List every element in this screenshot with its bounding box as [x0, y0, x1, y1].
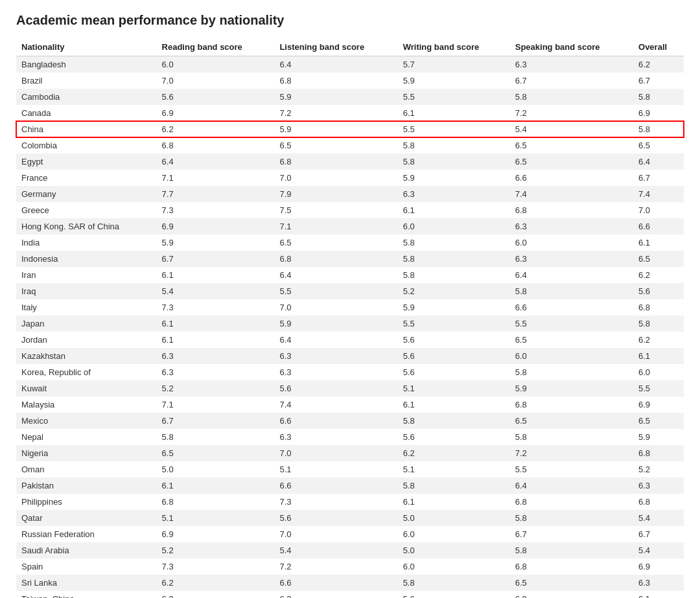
- cell-listening: 7.5: [274, 202, 397, 218]
- cell-reading: 7.3: [157, 558, 275, 575]
- cell-reading: 5.1: [157, 510, 275, 526]
- cell-writing: 5.5: [398, 121, 510, 137]
- cell-reading: 6.1: [157, 267, 275, 283]
- cell-overall: 5.4: [633, 510, 684, 526]
- cell-writing: 6.0: [398, 218, 510, 235]
- cell-speaking: 6.7: [510, 526, 633, 542]
- cell-speaking: 6.5: [510, 154, 633, 170]
- cell-speaking: 5.8: [510, 510, 633, 526]
- cell-speaking: 6.7: [510, 73, 633, 89]
- cell-writing: 5.6: [398, 591, 510, 598]
- table-row: Hong Kong. SAR of China6.97.16.06.36.6: [16, 218, 684, 235]
- table-row: Nepal5.86.35.65.85.9: [16, 429, 684, 445]
- cell-reading: 7.3: [157, 299, 275, 316]
- cell-listening: 5.1: [274, 461, 397, 477]
- cell-listening: 7.2: [274, 105, 397, 121]
- cell-nationality: Sri Lanka: [16, 575, 157, 591]
- cell-overall: 5.6: [633, 283, 684, 299]
- table-row: Oman5.05.15.15.55.2: [16, 461, 684, 477]
- cell-listening: 7.1: [274, 218, 397, 235]
- cell-reading: 6.7: [157, 251, 275, 267]
- cell-overall: 6.7: [633, 170, 684, 186]
- cell-listening: 5.4: [274, 542, 397, 558]
- cell-nationality: Kuwait: [16, 380, 157, 397]
- cell-writing: 5.8: [398, 575, 510, 591]
- table-row: Indonesia6.76.85.86.36.5: [16, 251, 684, 267]
- cell-nationality: Oman: [16, 461, 157, 477]
- table-row: Brazil7.06.85.96.76.7: [16, 73, 684, 89]
- cell-listening: 5.9: [274, 121, 397, 137]
- cell-listening: 7.9: [274, 186, 397, 202]
- cell-nationality: Nepal: [16, 429, 157, 445]
- cell-speaking: 6.8: [510, 202, 633, 218]
- cell-writing: 6.3: [398, 186, 510, 202]
- table-row: Bangladesh6.06.45.76.36.2: [16, 56, 684, 73]
- cell-listening: 6.3: [274, 429, 397, 445]
- table-row: Jordan6.16.45.66.56.2: [16, 332, 684, 348]
- cell-overall: 6.1: [633, 591, 684, 598]
- table-row: Kuwait5.25.65.15.95.5: [16, 380, 684, 397]
- cell-reading: 5.2: [157, 542, 275, 558]
- cell-speaking: 5.8: [510, 89, 633, 105]
- cell-nationality: Brazil: [16, 73, 157, 89]
- table-row: Malaysia7.17.46.16.86.9: [16, 397, 684, 413]
- cell-overall: 6.2: [633, 332, 684, 348]
- cell-writing: 5.5: [398, 316, 510, 332]
- cell-writing: 6.1: [398, 494, 510, 510]
- cell-listening: 6.8: [274, 73, 397, 89]
- column-header-reading: Reading band score: [157, 38, 275, 56]
- cell-listening: 6.3: [274, 364, 397, 380]
- cell-speaking: 5.8: [510, 429, 633, 445]
- cell-nationality: Japan: [16, 316, 157, 332]
- table-row: Iraq5.45.55.25.85.6: [16, 283, 684, 299]
- cell-speaking: 5.5: [510, 316, 633, 332]
- cell-nationality: Greece: [16, 202, 157, 218]
- cell-reading: 5.4: [157, 283, 275, 299]
- cell-overall: 5.9: [633, 429, 684, 445]
- cell-writing: 5.6: [398, 348, 510, 364]
- cell-listening: 6.6: [274, 477, 397, 494]
- cell-speaking: 6.8: [510, 558, 633, 575]
- cell-overall: 5.2: [633, 461, 684, 477]
- cell-listening: 6.4: [274, 267, 397, 283]
- cell-overall: 6.2: [633, 56, 684, 73]
- cell-overall: 7.0: [633, 202, 684, 218]
- cell-nationality: Nigeria: [16, 445, 157, 461]
- cell-overall: 5.8: [633, 121, 684, 137]
- cell-writing: 5.8: [398, 477, 510, 494]
- cell-overall: 6.1: [633, 235, 684, 251]
- cell-reading: 6.3: [157, 348, 275, 364]
- cell-speaking: 6.6: [510, 170, 633, 186]
- cell-reading: 5.6: [157, 89, 275, 105]
- cell-reading: 7.3: [157, 202, 275, 218]
- cell-writing: 5.8: [398, 413, 510, 429]
- cell-listening: 6.8: [274, 251, 397, 267]
- cell-writing: 5.5: [398, 89, 510, 105]
- table-row: Korea, Republic of6.36.35.65.86.0: [16, 364, 684, 380]
- cell-writing: 6.1: [398, 397, 510, 413]
- cell-writing: 5.9: [398, 73, 510, 89]
- cell-writing: 6.1: [398, 105, 510, 121]
- cell-overall: 6.7: [633, 526, 684, 542]
- cell-overall: 6.8: [633, 299, 684, 316]
- table-row: Nigeria6.57.06.27.26.8: [16, 445, 684, 461]
- cell-writing: 6.0: [398, 558, 510, 575]
- column-header-writing: Writing band score: [398, 38, 510, 56]
- cell-reading: 6.2: [157, 121, 275, 137]
- table-row: Germany7.77.96.37.47.4: [16, 186, 684, 202]
- cell-nationality: Pakistan: [16, 477, 157, 494]
- cell-reading: 6.3: [157, 591, 275, 598]
- cell-reading: 5.2: [157, 380, 275, 397]
- table-row: Iran6.16.45.86.46.2: [16, 267, 684, 283]
- table-row: Saudi Arabia5.25.45.05.85.4: [16, 542, 684, 558]
- cell-writing: 5.8: [398, 235, 510, 251]
- cell-speaking: 6.4: [510, 267, 633, 283]
- cell-listening: 6.3: [274, 591, 397, 598]
- cell-nationality: Germany: [16, 186, 157, 202]
- cell-writing: 5.8: [398, 267, 510, 283]
- column-header-nationality: Nationality: [16, 38, 157, 56]
- cell-listening: 6.4: [274, 332, 397, 348]
- cell-listening: 6.6: [274, 575, 397, 591]
- cell-reading: 5.8: [157, 429, 275, 445]
- performance-table: NationalityReading band scoreListening b…: [16, 38, 684, 598]
